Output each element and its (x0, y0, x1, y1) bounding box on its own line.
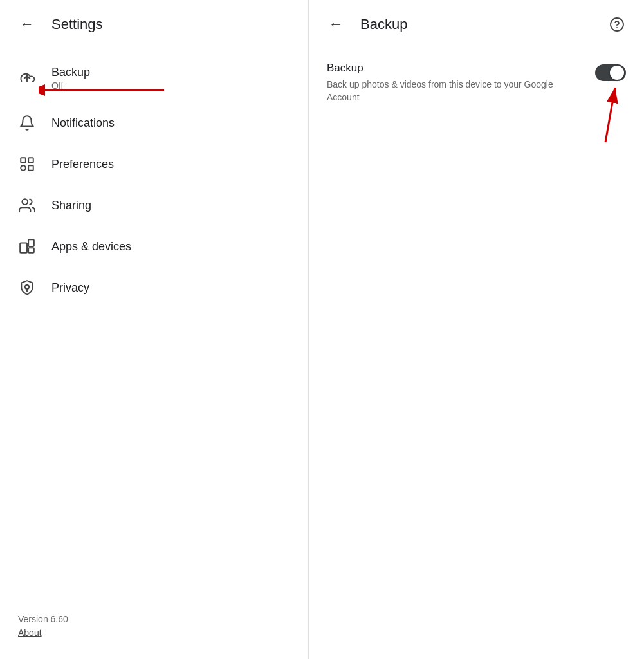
sharing-icon (18, 196, 36, 214)
toggle-knob (610, 66, 624, 80)
left-header: ← Settings (0, 0, 308, 49)
sidebar-item-apps-devices[interactable]: Apps & devices (0, 226, 308, 267)
svg-point-11 (611, 18, 623, 31)
right-content: Backup Back up photos & videos from this… (309, 49, 644, 116)
svg-rect-2 (28, 165, 33, 171)
help-icon (609, 17, 625, 32)
backup-toggle[interactable] (595, 64, 626, 81)
privacy-label: Privacy (51, 281, 89, 295)
sidebar-item-preferences[interactable]: Preferences (0, 144, 308, 185)
sharing-label: Sharing (51, 199, 91, 212)
svg-point-3 (22, 199, 28, 205)
apps-devices-label: Apps & devices (51, 240, 131, 254)
about-link[interactable]: About (18, 627, 42, 638)
backup-info: Backup Back up photos & videos from this… (327, 62, 585, 104)
right-header: ← Backup (309, 0, 644, 49)
privacy-text-group: Privacy (51, 281, 89, 295)
right-title: Backup (360, 16, 593, 33)
menu-list: Backup Off Notifications (0, 49, 308, 593)
right-panel: ← Backup Backup Back up photos & videos … (309, 0, 644, 659)
svg-point-7 (25, 285, 30, 290)
svg-rect-4 (20, 243, 27, 253)
svg-rect-5 (28, 239, 34, 246)
left-back-button[interactable]: ← (15, 13, 39, 36)
footer-area: Version 6.60 About (0, 593, 308, 659)
preferences-text-group: Preferences (51, 158, 114, 171)
svg-rect-0 (21, 158, 26, 163)
backup-label: Backup (51, 66, 90, 79)
sidebar-item-backup[interactable]: Backup Off (0, 54, 308, 102)
sharing-text-group: Sharing (51, 199, 91, 212)
privacy-icon (18, 279, 36, 297)
left-title: Settings (51, 16, 103, 33)
right-back-button[interactable]: ← (324, 13, 347, 36)
sidebar-item-privacy[interactable]: Privacy (0, 267, 308, 308)
notifications-text-group: Notifications (51, 116, 115, 130)
sidebar-item-notifications[interactable]: Notifications (0, 102, 308, 144)
left-panel: ← Settings Backup Off (0, 0, 309, 659)
backup-sublabel: Off (51, 80, 90, 91)
preferences-label: Preferences (51, 158, 114, 171)
toggle-container (595, 62, 626, 81)
backup-setting-row: Backup Back up photos & videos from this… (327, 62, 626, 104)
backup-setting-desc: Back up photos & videos from this device… (327, 79, 585, 104)
svg-rect-1 (28, 158, 33, 163)
notifications-icon (18, 114, 36, 132)
apps-devices-text-group: Apps & devices (51, 240, 131, 254)
backup-icon (18, 70, 36, 88)
svg-rect-6 (28, 248, 34, 253)
backup-setting-title: Backup (327, 62, 585, 75)
apps-devices-icon (18, 237, 36, 255)
version-text: Version 6.60 (18, 614, 290, 624)
help-button[interactable] (605, 13, 629, 36)
backup-text-group: Backup Off (51, 66, 90, 91)
notifications-label: Notifications (51, 116, 115, 130)
sidebar-item-sharing[interactable]: Sharing (0, 185, 308, 226)
preferences-icon (18, 155, 36, 173)
